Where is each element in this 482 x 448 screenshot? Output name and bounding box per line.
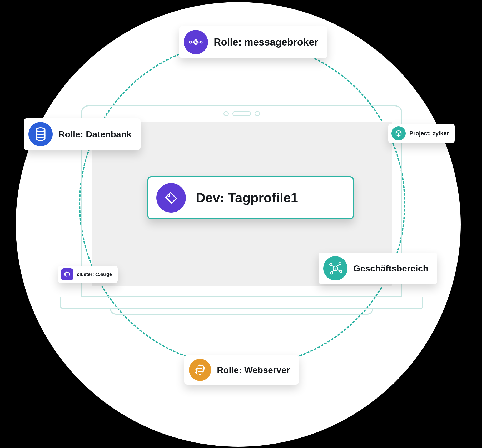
- cpu-stack-icon: [189, 359, 211, 381]
- node-messagebroker: Rolle: messagebroker: [179, 26, 327, 58]
- node-label: Project: zylker: [409, 130, 449, 137]
- node-label: Rolle: Datenbank: [58, 129, 132, 139]
- svg-point-3: [36, 128, 45, 132]
- node-label: Rolle: messagebroker: [214, 37, 318, 48]
- svg-rect-12: [196, 368, 202, 374]
- node-label: cluster: c5large: [77, 272, 112, 277]
- node-label: Geschäftsbereich: [353, 263, 428, 274]
- tag-icon: [156, 183, 186, 213]
- svg-point-9: [340, 270, 342, 273]
- center-label: Dev: Tagprofile1: [196, 190, 298, 205]
- svg-point-0: [168, 194, 170, 196]
- svg-point-2: [200, 41, 202, 43]
- network-dollar-icon: $: [323, 256, 347, 280]
- node-database: Rolle: Datenbank: [24, 118, 141, 150]
- node-webserver: Rolle: Webserver: [184, 355, 299, 385]
- svg-rect-4: [65, 273, 69, 276]
- center-tag-card: Dev: Tagprofile1: [147, 176, 354, 219]
- messagebroker-icon: [184, 30, 208, 54]
- node-label: Rolle: Webserver: [217, 365, 290, 375]
- svg-rect-11: [198, 366, 204, 371]
- database-icon: [28, 122, 53, 146]
- node-project: Project: zylker: [388, 124, 455, 143]
- svg-point-1: [190, 41, 192, 43]
- node-business: $ Geschäftsbereich: [319, 253, 437, 284]
- cube-icon: [391, 126, 406, 140]
- node-cluster: cluster: c5large: [58, 266, 118, 283]
- svg-text:$: $: [335, 267, 336, 270]
- chip-icon: [61, 268, 73, 280]
- diagram-stage: Dev: Tagprofile1 Rolle: messagebroker: [0, 0, 482, 448]
